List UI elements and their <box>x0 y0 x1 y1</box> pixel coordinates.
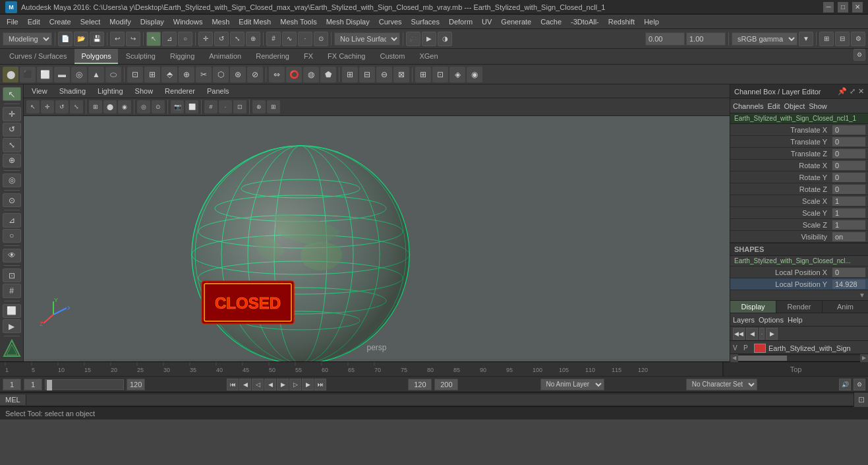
layer-color-swatch[interactable] <box>754 344 766 353</box>
layer-next-btn[interactable]: ▶ <box>766 328 778 340</box>
live-surface-dropdown[interactable]: No Live Surface <box>334 32 400 46</box>
xray-btn[interactable]: ◎ <box>137 100 150 113</box>
tab-curves-surfaces[interactable]: Curves / Surfaces <box>3 49 73 64</box>
anim-tab[interactable]: Anim <box>823 301 868 313</box>
visibility-btn[interactable]: 👁 <box>3 249 21 263</box>
rotate-x-row[interactable]: Rotate X 0 <box>730 160 868 171</box>
plane-ico[interactable]: ▬ <box>54 67 70 82</box>
mel-input[interactable] <box>26 394 854 405</box>
paint-btn[interactable]: ○ <box>178 32 192 46</box>
universal-tool-btn[interactable]: ⊕ <box>3 154 21 168</box>
paintfx-ico[interactable]: ⊡ <box>432 67 448 82</box>
new-file-btn[interactable]: 📄 <box>58 32 72 46</box>
renderer-menu[interactable]: Renderer <box>162 87 198 95</box>
value1-field[interactable] <box>645 32 685 46</box>
prev-key-btn[interactable]: ◁ <box>252 379 264 390</box>
camera-btn[interactable]: 🎥 <box>406 32 420 46</box>
cylinder-ico[interactable]: ⬜ <box>37 67 53 82</box>
tab-fx[interactable]: FX <box>297 49 320 64</box>
render-btn[interactable]: ▶ <box>422 32 436 46</box>
menu-uv[interactable]: UV <box>478 16 496 27</box>
shelf-settings-btn[interactable]: ⚙ <box>854 49 865 61</box>
scroll-left-btn[interactable]: ◀ <box>730 354 738 362</box>
rotate-x-value[interactable]: 0 <box>832 161 865 170</box>
local-pos-y-row[interactable]: Local Position Y 14.928 <box>730 278 868 290</box>
render-region-btn[interactable]: ⬜ <box>3 304 21 318</box>
smooth-shade-btn[interactable]: ⬤ <box>103 100 117 113</box>
disk-ico[interactable]: ⬭ <box>105 67 121 82</box>
prev-frame-btn[interactable]: ◀ <box>239 379 251 390</box>
save-file-btn[interactable]: 💾 <box>90 32 104 46</box>
viewport-scene[interactable]: CLOSED X Y Z persp <box>24 116 730 359</box>
scale-tool-btn[interactable]: ⤡ <box>3 138 21 152</box>
snap-grid-v-btn[interactable]: # <box>204 100 217 113</box>
mel-script-editor-btn[interactable]: ⊡ <box>854 392 868 407</box>
layer-prev-btn[interactable]: ◀ <box>746 328 758 340</box>
cam-zoom-btn[interactable]: ⤡ <box>70 100 83 113</box>
translate-y-row[interactable]: Translate Y 0 <box>730 136 868 148</box>
scale-x-row[interactable]: Scale X 1 <box>730 195 868 207</box>
end-frame-slider-val[interactable] <box>127 379 145 390</box>
translate-y-value[interactable]: 0 <box>832 137 865 146</box>
tab-animation[interactable]: Animation <box>202 49 248 64</box>
menu-create[interactable]: Create <box>45 16 75 27</box>
lasso-tool-btn[interactable]: ⊿ <box>3 213 21 227</box>
select-tool-btn[interactable]: ↖ <box>3 87 21 101</box>
translate-z-value[interactable]: 0 <box>832 149 865 158</box>
char-set-dropdown[interactable]: No Character Set <box>686 379 757 390</box>
smooth-ico[interactable]: ⭕ <box>286 67 302 82</box>
split-ico[interactable]: ✂ <box>196 67 212 82</box>
uvs-ico[interactable]: ⊠ <box>393 67 409 82</box>
snap-live-v-btn[interactable]: ⊡ <box>233 100 246 113</box>
playback-end-field[interactable] <box>434 379 458 390</box>
cb-edit-menu[interactable]: Edit <box>767 102 780 110</box>
layer-center-btn[interactable]: · <box>759 328 765 340</box>
menu-3dtoall[interactable]: -3DtoAll- <box>567 16 603 27</box>
rotate-btn[interactable]: ↺ <box>214 32 229 46</box>
menu-mesh-tools[interactable]: Mesh Tools <box>276 16 320 27</box>
frame-slider[interactable] <box>45 379 124 390</box>
menu-generate[interactable]: Generate <box>497 16 535 27</box>
bevel-ico[interactable]: ⬘ <box>161 67 177 82</box>
anim-layer-dropdown[interactable]: No Anim Layer <box>540 379 604 390</box>
go-end-btn[interactable]: ⏭ <box>314 379 326 390</box>
universal-btn[interactable]: ⊕ <box>246 32 260 46</box>
cam-rotate-btn[interactable]: ↺ <box>55 100 69 113</box>
scale-z-value[interactable]: 1 <box>832 220 865 230</box>
snap-btn[interactable]: ⊡ <box>3 268 21 282</box>
scale-y-row[interactable]: Scale Y 1 <box>730 207 868 219</box>
tab-rigging[interactable]: Rigging <box>163 49 201 64</box>
camera-btn-v[interactable]: 📷 <box>171 100 184 113</box>
scale-z-row[interactable]: Scale Z 1 <box>730 219 868 231</box>
move-tool-btn[interactable]: ✛ <box>3 107 21 121</box>
resolution-btn[interactable]: ⬜ <box>185 100 198 113</box>
extrude-ico[interactable]: ⊡ <box>127 67 143 82</box>
scroll-right-btn[interactable]: ▶ <box>860 354 868 362</box>
cube-ico[interactable]: ⬛ <box>20 67 36 82</box>
tab-fx-caching[interactable]: FX Caching <box>321 49 372 64</box>
menu-deform[interactable]: Deform <box>445 16 477 27</box>
local-pos-expand[interactable]: ▼ <box>730 290 868 301</box>
anim-prefs-btn[interactable]: ⚙ <box>854 379 865 390</box>
cb-close-btn[interactable]: ✕ <box>858 87 864 96</box>
tab-sculpting[interactable]: Sculpting <box>119 49 162 64</box>
paint-tool-btn[interactable]: ○ <box>3 229 21 243</box>
menu-mesh-display[interactable]: Mesh Display <box>322 16 374 27</box>
menu-surfaces[interactable]: Surfaces <box>407 16 444 27</box>
sound-btn[interactable]: 🔊 <box>839 379 851 390</box>
mel-label[interactable]: MEL <box>0 394 26 405</box>
menu-redshift[interactable]: Redshift <box>604 16 639 27</box>
separate-ico[interactable]: ⊟ <box>359 67 375 82</box>
visibility-row[interactable]: Visibility on <box>730 231 868 243</box>
rotate-z-row[interactable]: Rotate Z 0 <box>730 183 868 195</box>
menu-edit[interactable]: Edit <box>24 16 44 27</box>
soft-select-btn[interactable]: ◎ <box>3 173 21 187</box>
mirror-ico[interactable]: ⇔ <box>269 67 285 82</box>
snap-view-btn[interactable]: ⊙ <box>314 32 328 46</box>
next-key-btn[interactable]: ▷ <box>289 379 301 390</box>
menu-curves[interactable]: Curves <box>375 16 406 27</box>
local-pos-x-value[interactable]: 0 <box>832 268 865 277</box>
boolean-ico[interactable]: ⊖ <box>376 67 392 82</box>
scale-btn[interactable]: ⤡ <box>230 32 245 46</box>
wire-on-shade-btn[interactable]: ◉ <box>118 100 131 113</box>
